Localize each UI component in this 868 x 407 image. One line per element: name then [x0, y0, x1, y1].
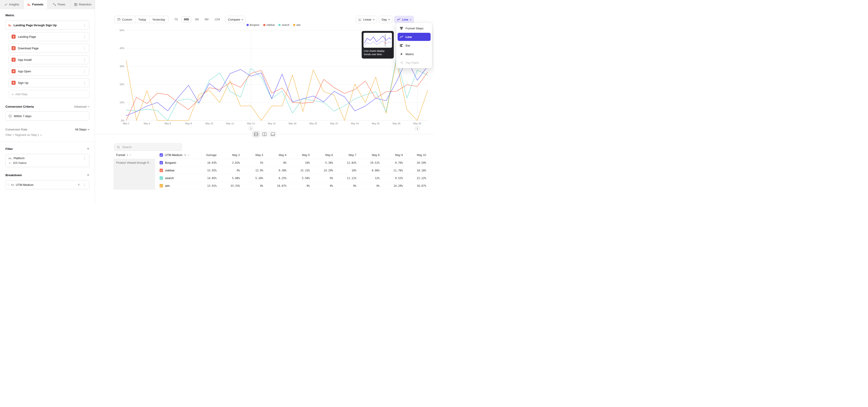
caret-down-icon	[88, 105, 90, 107]
value-column-header[interactable]: May 5	[289, 154, 312, 157]
x-axis-label: May 28	[393, 122, 401, 125]
custom-date-button[interactable]: Custom	[114, 16, 135, 23]
drag-handle-icon[interactable]	[7, 183, 9, 186]
tab-retention[interactable]: Retention	[71, 0, 95, 9]
series-checkbox[interactable]	[160, 184, 163, 187]
table-row: sidebar15.92%0%12.9%9.38%15.15%14.29%10%…	[155, 167, 434, 174]
kebab-icon[interactable]: ⋮	[82, 58, 87, 62]
conversion-rate-value: All Steps	[75, 128, 87, 131]
range-button-6m[interactable]: 6M	[202, 16, 211, 23]
series-cell: sidebar	[155, 169, 196, 172]
select-all-checkbox[interactable]	[160, 153, 163, 157]
kebab-icon[interactable]: ⋮	[82, 183, 87, 187]
range-button-30d[interactable]: 30D	[182, 16, 191, 23]
breakdown-item-utm-medium[interactable]: Aa UTM Medium × ⋮	[5, 180, 89, 189]
chart-type-dropdown[interactable]: Line	[394, 16, 414, 23]
add-breakdown-button[interactable]: +	[87, 173, 89, 177]
menu-item-bar[interactable]: Bar	[398, 41, 431, 50]
funnel-column-header[interactable]: Funnel 1	[114, 153, 155, 157]
funnel-step-5[interactable]: 5Sign Up⋮	[8, 78, 89, 87]
table-cell-value: 0%	[312, 184, 336, 187]
kebab-icon[interactable]: ⋮	[82, 69, 87, 73]
step-label: Download Page	[18, 46, 80, 50]
add-step-button[interactable]: + Add Step	[8, 90, 89, 98]
series-checkbox[interactable]	[160, 161, 163, 164]
series-label: ads	[165, 184, 170, 187]
value-column-header[interactable]: May 2	[219, 154, 242, 157]
series-line-$organic[interactable]	[126, 59, 428, 116]
menu-item-line[interactable]: Line	[398, 33, 431, 41]
close-icon[interactable]: ×	[77, 183, 80, 187]
search-input[interactable]	[122, 145, 179, 149]
menu-item-metric[interactable]: #Metric	[398, 50, 431, 58]
series-line-sidebar[interactable]	[126, 70, 428, 121]
tab-insights[interactable]: Insights	[0, 0, 24, 9]
funnel-step-4[interactable]: 4App Open⋮	[8, 67, 89, 76]
series-checkbox[interactable]	[160, 169, 163, 172]
breakdown-column-header[interactable]: UTM Medium 4	[155, 153, 196, 157]
series-checkbox[interactable]	[160, 176, 163, 180]
funnel-card[interactable]: Landing Page through Sign Up ⋮	[5, 21, 89, 30]
step-number-badge: 1	[11, 35, 16, 39]
tab-flows[interactable]: Flows	[48, 0, 71, 9]
today-button[interactable]: Today	[135, 16, 149, 23]
caret-down-icon	[129, 154, 131, 155]
value-column-header[interactable]: May 4	[266, 154, 289, 157]
conversion-rate-steps-dropdown[interactable]: All Steps	[75, 128, 89, 131]
table-row: ads13.91%33.33%0%16.67%0%0%0%0%14.29%16.…	[155, 182, 434, 190]
funnel-step-1[interactable]: 1Landing Page⋮	[8, 32, 89, 41]
table-cell-value: 5.36%	[312, 161, 336, 164]
legend-item[interactable]: ads	[293, 24, 301, 26]
conversion-window[interactable]: Within 7 days	[5, 112, 89, 121]
y-axis-label: 10%	[120, 101, 124, 104]
table-cell-value: 12.82%	[336, 161, 359, 164]
value-column-header[interactable]: May 7	[336, 154, 359, 157]
value-column-header[interactable]: Average	[196, 154, 219, 157]
annotation-marker[interactable]: 1	[249, 126, 253, 130]
tab-funnels[interactable]: Funnels	[24, 0, 48, 9]
x-axis-label: May 16	[268, 122, 276, 125]
filter-value[interactable]: iOS Native	[13, 161, 27, 165]
legend-item[interactable]: sidebar	[264, 24, 275, 26]
value-column-header[interactable]: May 3	[242, 154, 266, 157]
kebab-icon[interactable]: ⋮	[82, 35, 87, 39]
compare-button[interactable]: Compare	[225, 16, 246, 23]
kebab-icon[interactable]: ⋮	[82, 23, 87, 27]
value-column-header[interactable]: May 6	[312, 154, 336, 157]
funnel-column-label: Funnel	[116, 153, 125, 157]
yesterday-button[interactable]: Yesterday	[149, 16, 168, 23]
funnel-step-2[interactable]: 2Download Page⋮	[8, 44, 89, 53]
kebab-icon[interactable]: ⋮	[82, 46, 87, 51]
interval-dropdown[interactable]: Day	[379, 16, 393, 23]
series-line-search[interactable]	[126, 58, 428, 121]
series-label: sidebar	[165, 169, 175, 172]
value-column-header[interactable]: May 8	[359, 154, 382, 157]
funnel-steps-icon	[400, 27, 403, 30]
search-box[interactable]	[114, 143, 182, 151]
funnel-step-3[interactable]: 3App Install⋮	[8, 55, 89, 64]
value-column-header[interactable]: May 9	[382, 154, 405, 157]
range-button-12m[interactable]: 12M	[212, 16, 222, 23]
filter-operator[interactable]: Is	[9, 162, 11, 164]
row-group-label[interactable]: Product Viewed through P...	[114, 159, 155, 190]
annotation-marker[interactable]: 1	[415, 126, 419, 130]
range-button-7d[interactable]: 7D	[172, 16, 180, 23]
kebab-icon[interactable]: ⋮	[82, 156, 87, 160]
table-rows: $organic16.03%2.63%5%8%10%5.36%12.82%19.…	[155, 159, 434, 190]
scale-dropdown[interactable]: Linear	[356, 16, 377, 23]
range-button-3m[interactable]: 3M	[193, 16, 201, 23]
kebab-icon[interactable]: ⋮	[82, 81, 87, 85]
add-filter-button[interactable]: +	[87, 147, 89, 151]
filter-segment-dropdown[interactable]: Filter + Segment on Step 1	[5, 133, 89, 136]
layout-rows-button[interactable]	[253, 131, 259, 137]
value-column-header[interactable]: May 10	[405, 154, 429, 157]
menu-item-funnel-steps[interactable]: Funnel Steps	[398, 24, 431, 32]
table-cell-value: 6.25%	[266, 177, 289, 180]
layout-columns-button[interactable]	[261, 131, 268, 137]
advanced-dropdown[interactable]: Advanced	[74, 105, 89, 108]
filter-segment-label: Filter + Segment on Step 1	[5, 133, 39, 136]
layout-chart-button[interactable]	[270, 131, 276, 137]
filter-item-platform[interactable]: Aa Platform ⋮ Is iOS Native	[5, 154, 89, 167]
legend-item[interactable]: $organic	[247, 24, 260, 26]
legend-item[interactable]: search	[278, 24, 289, 26]
